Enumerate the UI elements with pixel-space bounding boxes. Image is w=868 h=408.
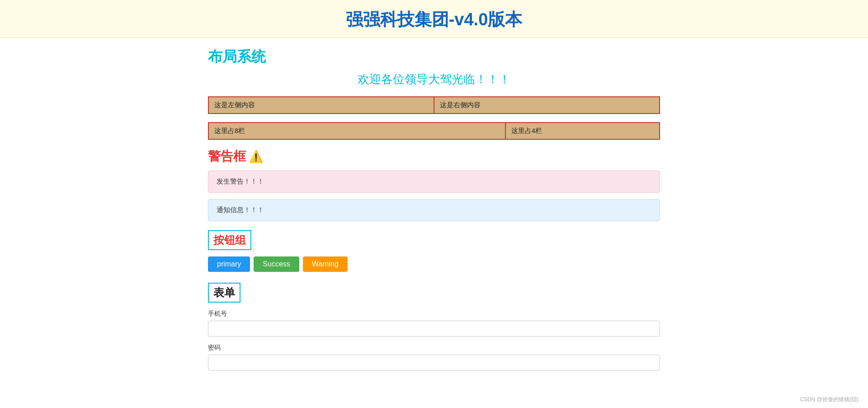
header-title: 强强科技集团-v4.0版本 [346,10,523,29]
grid-col-left: 这是左侧内容 [209,97,434,113]
form-label-password: 密码 [208,344,660,352]
button-group-heading: 按钮组 [208,230,251,250]
grid-col-right: 这是右侧内容 [434,97,659,113]
layout-title: 布局系统 [208,47,660,67]
header-banner: 强强科技集团-v4.0版本 [0,0,868,38]
warning-icon: ⚠️ [249,150,263,164]
btn-primary[interactable]: primary [208,256,250,272]
alert-info: 通知信息！！！ [208,199,660,221]
grid-row-2: 这里占8栏 这里占4栏 [208,122,660,140]
grid-row-1: 这是左侧内容 这是右侧内容 [208,96,660,114]
grid-col-8: 这里占8栏 [209,123,506,139]
form-group-password: 密码 [208,344,660,370]
alert-info-text: 通知信息！！！ [217,206,264,213]
welcome-text: 欢迎各位领导大驾光临！！！ [208,71,660,87]
btn-success[interactable]: Success [254,256,299,272]
alert-danger: 发生警告！！！ [208,171,660,193]
phone-input[interactable] [208,321,660,337]
warning-section-heading: 警告框 ⚠️ [208,148,660,165]
page-container: 布局系统 欢迎各位领导大驾光临！！！ 这是左侧内容 这是右侧内容 这里占8栏 这… [127,47,741,370]
alert-danger-text: 发生警告！！！ [217,177,264,185]
grid-col-4: 这里占4栏 [506,123,659,139]
form-section-heading: 表单 [208,283,241,303]
form-label-phone: 手机号 [208,310,660,318]
warning-heading-text: 警告框 [208,148,246,165]
password-input[interactable] [208,355,660,370]
form-group-phone: 手机号 [208,310,660,337]
csdn-watermark: CSDN @骄傲的猪猪(囧). [800,396,860,403]
btn-group: primary Success Warning [208,256,660,272]
btn-warning[interactable]: Warning [303,256,348,272]
